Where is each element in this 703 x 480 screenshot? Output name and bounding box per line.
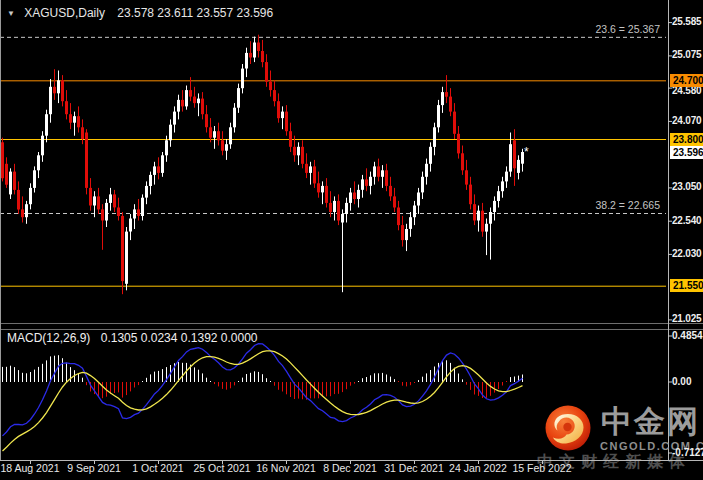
chart-canvas[interactable]: *: [0, 0, 703, 480]
macd-name: MACD(12,26,9): [7, 331, 90, 345]
candle-body: [49, 87, 52, 114]
price-axis-label: 25.585: [672, 16, 701, 27]
candle-body: [9, 172, 12, 195]
candle-body: [193, 97, 196, 104]
candle-body: [265, 62, 268, 82]
price-axis-label: 21.025: [672, 313, 701, 324]
candle-body: [5, 164, 8, 185]
candle-body: [117, 208, 120, 217]
chevron-down-icon[interactable]: ▼: [7, 9, 15, 18]
candle-body: [253, 43, 256, 58]
candle-body: [45, 114, 48, 136]
candle-body: [453, 112, 456, 134]
candle-body: [225, 144, 228, 151]
candle-body: [465, 170, 468, 184]
candle-body: [65, 101, 68, 114]
macd-axis-label: 0.4854: [672, 330, 703, 341]
chart-window[interactable]: * ▼ XAGUSD,Daily 23.578 23.611 23.557 23…: [0, 0, 703, 480]
candle-body: [93, 196, 96, 205]
candle-body: [429, 147, 432, 164]
candle-body: [229, 127, 232, 144]
candle-body: [213, 131, 216, 138]
candle-body: [181, 100, 184, 107]
candle-body: [89, 188, 92, 206]
candle-body: [345, 203, 348, 214]
candle-body: [313, 166, 316, 183]
candle-body: [57, 80, 60, 93]
candle-body: [349, 193, 352, 203]
candle-body: [469, 185, 472, 205]
candle-body: [17, 190, 20, 210]
candle-body: [437, 105, 440, 127]
candle-body: [365, 179, 368, 186]
candle-body: [233, 108, 236, 128]
macd-line: [3, 344, 523, 436]
current-bar-marker: *: [524, 145, 529, 159]
candle-body: [153, 166, 156, 175]
candle-body: [101, 209, 104, 220]
fib-level-label-38-2: 38.2 = 22.665: [595, 199, 660, 211]
candle-body: [509, 144, 512, 171]
candle-body: [217, 131, 220, 140]
candle-body: [137, 209, 140, 216]
level-price-box: 23.800: [670, 133, 703, 146]
candle-body: [169, 125, 172, 141]
candle-body: [245, 53, 248, 69]
candle-body: [261, 51, 264, 62]
candle-body: [485, 224, 488, 232]
price-panel[interactable]: *: [0, 35, 666, 295]
candle-body: [293, 147, 296, 156]
level-price-box: 24.700: [670, 74, 703, 87]
candle-body: [33, 170, 36, 188]
price-axis-label: 22.030: [672, 248, 701, 259]
candle-body: [325, 186, 328, 203]
candle-body: [329, 203, 332, 212]
candle-body: [41, 136, 44, 156]
candle-body: [189, 90, 192, 97]
candle-body: [281, 112, 284, 119]
candle-body: [61, 80, 64, 101]
candle-body: [309, 166, 312, 173]
candle-body: [149, 175, 152, 186]
fib-level-label-23-6: 23.6 = 25.367: [595, 23, 660, 35]
watermark-brand: 中金网: [601, 401, 700, 443]
candle-body: [317, 183, 320, 192]
candle-body: [481, 211, 484, 232]
candle-body: [97, 196, 100, 209]
candle-body: [389, 186, 392, 196]
ohlc-values: 23.578 23.611 23.557 23.596: [117, 6, 273, 20]
candle-body: [161, 155, 164, 173]
price-axis-label: 25.075: [672, 49, 701, 60]
macd-values: 0.1305 0.0234 0.1392 0.0000: [101, 331, 258, 345]
macd-axis-label: 0.00: [672, 376, 691, 387]
price-axis-label: 24.070: [672, 115, 701, 126]
candle-body: [517, 160, 520, 173]
candle-body: [493, 201, 496, 212]
candle-body: [285, 112, 288, 132]
candle-body: [297, 147, 300, 156]
macd-axis-label: -0.7127: [672, 447, 703, 458]
candle-body: [1, 142, 4, 178]
candle-body: [361, 179, 364, 189]
date-axis-label: 16 Nov 2021: [256, 462, 316, 474]
candle-body: [513, 140, 516, 168]
candle-body: [37, 155, 40, 170]
date-axis-label: 18 Aug 2021: [1, 462, 60, 474]
candle-body: [269, 82, 272, 91]
candle-body: [173, 112, 176, 125]
candle-body: [377, 166, 380, 176]
date-axis-label: 9 Sep 2021: [67, 462, 121, 474]
candle-body: [417, 193, 420, 206]
price-axis-label: 23.050: [672, 181, 701, 192]
candle-body: [249, 53, 252, 58]
candle-body: [141, 198, 144, 216]
candle-body: [289, 131, 292, 147]
candle-body: [473, 204, 476, 220]
candle-body: [81, 127, 84, 139]
candle-body: [105, 203, 108, 221]
candle-body: [413, 206, 416, 218]
macd-panel[interactable]: [3, 344, 523, 451]
candle-body: [205, 114, 208, 127]
cngold-logo-icon: [544, 404, 592, 452]
candle-body: [497, 191, 500, 201]
